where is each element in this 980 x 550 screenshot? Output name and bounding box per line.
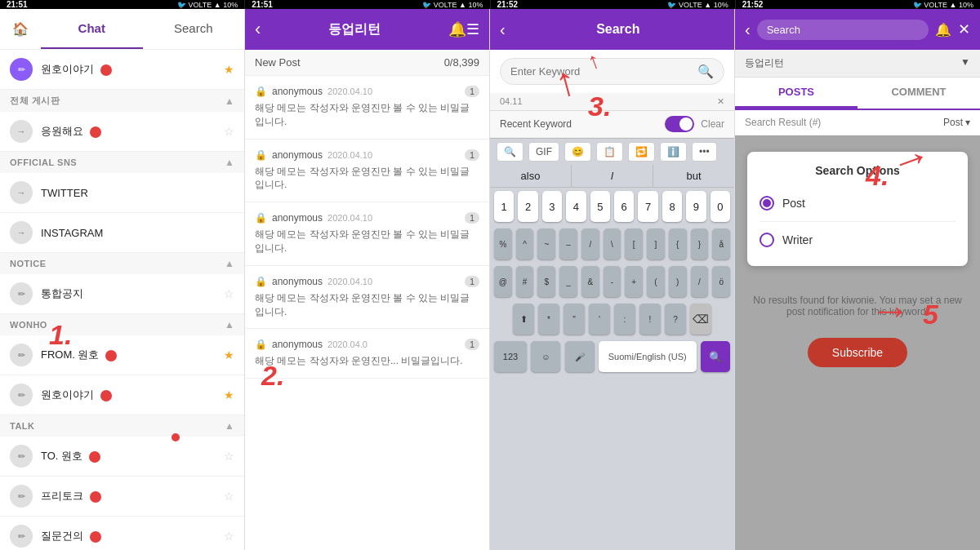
close-date[interactable]: ✕ xyxy=(717,96,724,107)
subscribe-button[interactable]: Subscribe xyxy=(808,338,907,367)
key-exclaim[interactable]: ! xyxy=(639,304,661,335)
list-item[interactable]: → TWITTER xyxy=(0,173,244,213)
key-1[interactable]: 1 xyxy=(494,191,514,222)
chevron-icon[interactable]: ▲ xyxy=(225,258,234,269)
table-row[interactable]: 🔒 anonymous 2020.04.10 1 해당 메모는 작성자와 운영진… xyxy=(245,266,489,330)
chevron-icon[interactable]: ▲ xyxy=(225,95,234,107)
key-tilde[interactable]: ~ xyxy=(537,228,555,259)
radio-post[interactable]: Post xyxy=(760,189,956,217)
chevron-icon[interactable]: ▲ xyxy=(225,319,234,330)
list-item[interactable]: ✏ TO. 원호 ☆ xyxy=(0,437,244,477)
key-5[interactable]: 5 xyxy=(590,191,610,222)
suggestion-also[interactable]: also xyxy=(490,165,572,187)
radio-writer[interactable]: Writer xyxy=(760,226,956,254)
key-dollar[interactable]: $ xyxy=(537,266,555,297)
key-0[interactable]: 0 xyxy=(710,191,730,222)
back-button[interactable]: ‹ xyxy=(745,20,751,39)
key-star[interactable]: * xyxy=(538,304,559,335)
tab-chat[interactable]: Chat xyxy=(41,9,143,49)
list-item[interactable]: ✏ 원호이야기 ★ xyxy=(0,50,244,90)
search-input[interactable] xyxy=(510,65,697,78)
key-fwd-slash[interactable]: / xyxy=(691,266,709,297)
star-icon[interactable]: ☆ xyxy=(224,490,234,503)
kb-emoji-btn[interactable]: 😊 xyxy=(564,142,591,162)
key-bracket-r[interactable]: ] xyxy=(647,228,665,259)
list-item[interactable]: ✏ 프리토크 ☆ xyxy=(0,477,244,517)
key-slash[interactable]: / xyxy=(581,228,599,259)
key-percent[interactable]: % xyxy=(494,228,512,259)
kb-clipboard-btn[interactable]: 📋 xyxy=(596,142,623,162)
tab-search[interactable]: Search xyxy=(143,9,245,49)
list-item[interactable]: → INSTAGRAM xyxy=(0,213,244,253)
kb-info-btn[interactable]: ℹ️ xyxy=(660,142,687,162)
home-button[interactable]: 🏠 xyxy=(0,9,41,50)
key-bracket-l[interactable]: [ xyxy=(625,228,643,259)
key-backspace[interactable]: ⌫ xyxy=(690,304,711,335)
key-paren-l[interactable]: ( xyxy=(647,266,665,297)
key-4[interactable]: 4 xyxy=(566,191,586,222)
key-brace-l[interactable]: { xyxy=(669,228,687,259)
key-paren-r[interactable]: ) xyxy=(669,266,687,297)
search-icon[interactable]: 🔍 xyxy=(697,64,714,79)
list-item[interactable]: ✏ 통합공지 ☆ xyxy=(0,274,244,314)
chevron-icon[interactable]: ▲ xyxy=(225,157,234,168)
back-button[interactable]: ‹ xyxy=(255,19,261,40)
key-shift[interactable]: ⬆ xyxy=(513,304,534,335)
star-icon[interactable]: ☆ xyxy=(224,287,234,300)
menu-icon[interactable]: ☰ xyxy=(466,20,479,38)
key-search-action[interactable]: 🔍 xyxy=(701,341,730,372)
toggle-recent[interactable] xyxy=(665,116,694,132)
list-item[interactable]: ✏ 원호이야기 ★ xyxy=(0,375,244,415)
search-bar-display[interactable]: Search xyxy=(757,20,929,40)
kb-translate-btn[interactable]: 🔁 xyxy=(628,142,655,162)
table-row[interactable]: 🔒 anonymous 2020.04.10 1 해당 메모는 작성자와 운영진… xyxy=(245,140,489,203)
key-2[interactable]: 2 xyxy=(518,191,537,222)
key-123[interactable]: 123 xyxy=(494,341,527,372)
key-underscore[interactable]: _ xyxy=(559,266,577,297)
list-item[interactable]: ✏ 질문건의 ☆ xyxy=(0,517,244,550)
key-minus[interactable]: - xyxy=(604,266,621,297)
bell-icon[interactable]: 🔔 xyxy=(935,22,951,38)
star-icon[interactable]: ☆ xyxy=(224,450,234,463)
key-caret[interactable]: ^ xyxy=(516,228,534,259)
star-icon[interactable]: ★ xyxy=(224,348,234,361)
filter-dropdown[interactable]: Post ▾ xyxy=(943,117,970,128)
table-row[interactable]: 🔒 anonymous 2020.04.10 1 해당 메모는 작성자와 운영진… xyxy=(245,202,489,266)
key-o-umlaut[interactable]: ö xyxy=(712,266,730,297)
bell-icon[interactable]: 🔔 xyxy=(448,20,466,38)
list-item[interactable]: → 응원해요 ☆ xyxy=(0,112,244,152)
key-quote[interactable]: " xyxy=(564,304,585,335)
key-plus[interactable]: + xyxy=(625,266,643,297)
kb-search-btn[interactable]: 🔍 xyxy=(497,142,523,162)
clear-button[interactable]: Clear xyxy=(701,118,724,130)
key-question[interactable]: ? xyxy=(665,304,686,335)
list-item[interactable]: ✏ FROM. 원호 ★ xyxy=(0,335,244,375)
key-8[interactable]: 8 xyxy=(662,191,682,222)
kb-gif-btn[interactable]: GIF xyxy=(528,142,559,162)
key-colon[interactable]: : xyxy=(614,304,635,335)
key-emoji[interactable]: ☺ xyxy=(531,341,560,372)
kb-more-btn[interactable]: ••• xyxy=(692,142,717,162)
key-hash[interactable]: # xyxy=(516,266,534,297)
back-button[interactable]: ‹ xyxy=(500,20,506,39)
table-row[interactable]: 🔒 anonymous 2020.04.10 1 해당 메모는 작성자와 운영진… xyxy=(245,76,489,140)
star-icon[interactable]: ★ xyxy=(224,388,234,401)
tab-posts[interactable]: POSTS xyxy=(735,78,858,109)
key-6[interactable]: 6 xyxy=(614,191,634,222)
star-icon[interactable]: ★ xyxy=(224,63,234,76)
key-brace-r[interactable]: } xyxy=(691,228,709,259)
key-at[interactable]: @ xyxy=(494,266,512,297)
tab-comment[interactable]: COMMENT xyxy=(858,78,980,109)
key-7[interactable]: 7 xyxy=(638,191,657,222)
table-row[interactable]: 🔒 anonymous 2020.04.0 1 해당 메모는 작성자와 운영진만… xyxy=(245,329,489,379)
key-mic[interactable]: 🎤 xyxy=(565,341,595,372)
key-amp[interactable]: & xyxy=(581,266,599,297)
key-dash[interactable]: – xyxy=(559,228,577,259)
key-apos[interactable]: ' xyxy=(589,304,610,335)
star-icon[interactable]: ☆ xyxy=(224,530,234,543)
key-space[interactable]: Suomi/English (US) xyxy=(599,341,697,372)
key-9[interactable]: 9 xyxy=(686,191,706,222)
key-a-ring[interactable]: å xyxy=(712,228,730,259)
dropdown-chevron[interactable]: ▼ xyxy=(960,56,970,68)
star-icon[interactable]: ☆ xyxy=(224,125,234,138)
